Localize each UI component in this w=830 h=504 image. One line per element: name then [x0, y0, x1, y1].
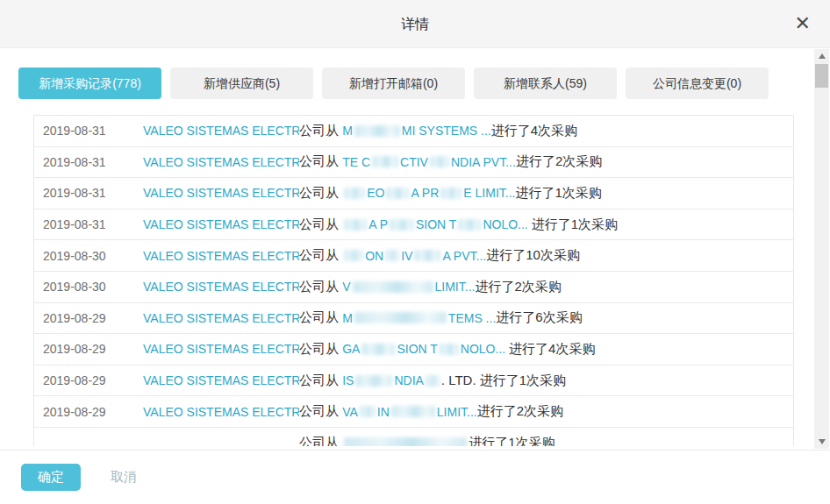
redacted-supplier-segment[interactable]	[440, 344, 459, 355]
redacted-supplier-segment[interactable]	[354, 125, 400, 137]
redacted-supplier-segment[interactable]	[344, 437, 467, 446]
supplier-name-fragment[interactable]: IS	[342, 373, 354, 387]
scroll-up-button[interactable]	[814, 49, 829, 63]
supplier-name-fragment[interactable]: SION T	[397, 342, 437, 356]
supplier-name-fragment[interactable]: IN	[377, 405, 390, 419]
prefix-text: 公司从	[299, 279, 342, 295]
table-row: 2019-08-29VALEO SISTEMAS ELECTRICO...公司从…	[34, 366, 793, 397]
prefix-text: 公司从	[299, 435, 342, 446]
purchase-count-text: 进行了1次采购	[532, 217, 618, 233]
redacted-supplier-segment[interactable]	[354, 312, 447, 323]
supplier-name-fragment[interactable]: ON	[365, 249, 383, 263]
scrollbar-thumb[interactable]	[815, 64, 828, 88]
record-description: 公司从 VAINLIMIT...进行了2次采购	[299, 403, 563, 420]
company-link[interactable]: VALEO SISTEMAS ELECTRICO...	[143, 373, 299, 387]
purchase-count-text: 进行了2次采购	[475, 279, 561, 295]
cancel-button[interactable]: 取消	[107, 464, 140, 491]
record-date: 2019-08-31	[34, 186, 143, 200]
supplier-name-fragment[interactable]: A PVT...	[442, 249, 486, 263]
redacted-supplier-segment[interactable]	[353, 281, 433, 293]
purchase-count-text: 进行了1次采购	[515, 185, 601, 202]
redacted-supplier-segment[interactable]	[360, 406, 376, 417]
company-link[interactable]: VALEO SISTEMAS ELECTRICO...	[143, 155, 299, 169]
record-description: 公司从 进行了1次采购	[299, 435, 555, 446]
redacted-supplier-segment[interactable]	[372, 156, 398, 167]
supplier-name-fragment[interactable]: E LIMIT...	[463, 186, 515, 200]
supplier-name-fragment[interactable]: SION T	[416, 217, 456, 231]
modal-title: 详情	[0, 0, 830, 48]
redacted-supplier-segment[interactable]	[440, 188, 462, 199]
redacted-supplier-segment[interactable]	[361, 344, 395, 355]
modal-footer: 确定 取消	[0, 450, 830, 504]
company-link[interactable]: VALEO SISTEMAS ELECTRICO...	[143, 405, 299, 419]
table-row: 2019-08-29VALEO SISTEMAS ELECTRICO...公司从…	[34, 396, 793, 428]
supplier-name-fragment[interactable]: NDIA PVT...	[451, 155, 516, 169]
prefix-text: 公司从	[299, 123, 342, 139]
purchase-records-list: 2019-08-31VALEO SISTEMAS ELECTRICO...公司从…	[33, 115, 794, 446]
supplier-name-fragment[interactable]: LIMIT...	[435, 280, 476, 294]
supplier-name-fragment[interactable]: TEMS ...	[448, 311, 496, 325]
company-link[interactable]: VALEO SISTEMAS ELECTRICO...	[143, 249, 299, 263]
purchase-count-text: 进行了1次采购	[469, 435, 555, 446]
company-link[interactable]: VALEO SISTEMAS ELECTRICO...	[143, 124, 299, 138]
tab-3[interactable]: 新增联系人(59)	[474, 67, 617, 99]
company-link[interactable]: VALEO SISTEMAS ELECTRICO...	[143, 217, 299, 231]
purchase-count-text: 进行了2次采购	[477, 403, 563, 420]
supplier-name-fragment[interactable]: LIMIT...	[437, 405, 477, 419]
tab-4[interactable]: 公司信息变更(0)	[626, 67, 769, 99]
record-description: 公司从 A PSION TNOLO... 进行了1次采购	[299, 217, 618, 233]
supplier-name-fragment[interactable]: M	[342, 124, 353, 138]
company-link[interactable]: VALEO SISTEMAS ELECTRICO...	[143, 186, 299, 200]
redacted-supplier-segment[interactable]	[344, 219, 367, 231]
tab-2[interactable]: 新增打开邮箱(0)	[322, 67, 465, 99]
supplier-name-fragment[interactable]: VA	[342, 405, 358, 419]
redacted-supplier-segment[interactable]	[390, 219, 414, 231]
supplier-name-fragment[interactable]: EO	[367, 186, 384, 200]
company-link[interactable]: VALEO SISTEMAS ELECTRICO...	[143, 311, 299, 325]
redacted-supplier-segment[interactable]	[386, 188, 409, 199]
company-link[interactable]: VALEO SISTEMAS ELECTRICO...	[143, 280, 299, 294]
redacted-supplier-segment[interactable]	[458, 219, 481, 231]
redacted-supplier-segment[interactable]	[344, 188, 365, 199]
supplier-name-fragment[interactable]: M	[342, 311, 353, 325]
supplier-name-fragment[interactable]: CTIV	[400, 155, 428, 169]
supplier-name-fragment[interactable]: NDIA	[394, 373, 423, 387]
record-description: 公司从 ISNDIA. LTD. 进行了1次采购	[299, 373, 566, 389]
prefix-text: 公司从	[299, 403, 342, 420]
prefix-text: 公司从	[299, 217, 342, 233]
record-description: 公司从 TE CCTIVNDIA PVT...进行了2次采购	[299, 153, 602, 170]
redacted-supplier-segment[interactable]	[344, 250, 363, 261]
redacted-supplier-segment[interactable]	[414, 250, 440, 261]
supplier-name-fragment[interactable]: A P	[368, 217, 388, 231]
record-date: 2019-08-29	[34, 311, 143, 325]
supplier-name-fragment[interactable]: TE C	[342, 155, 370, 169]
triangle-down-icon	[819, 439, 826, 444]
purchase-count-text: 进行了2次采购	[516, 153, 602, 170]
supplier-name-fragment[interactable]: GA	[342, 342, 360, 356]
scroll-down-button[interactable]	[814, 435, 829, 449]
record-date: 2019-08-30	[34, 280, 143, 294]
supplier-name-fragment[interactable]: V	[342, 280, 350, 294]
prefix-text: 公司从	[299, 185, 342, 202]
table-row: 2019-08-29VALEO SISTEMAS ELECTRICO...公司从…	[34, 303, 793, 335]
redacted-supplier-segment[interactable]	[430, 156, 449, 167]
redacted-supplier-segment[interactable]	[355, 375, 392, 387]
redacted-supplier-segment[interactable]	[426, 375, 440, 387]
redacted-supplier-segment[interactable]	[391, 406, 435, 417]
supplier-name-fragment[interactable]: A PR	[411, 186, 439, 200]
supplier-name-fragment[interactable]: NOLO...	[483, 217, 531, 231]
confirm-button[interactable]: 确定	[21, 464, 81, 491]
supplier-name-fragment[interactable]: IV	[401, 249, 412, 263]
company-link[interactable]: VALEO SISTEMAS ELECTRICO...	[143, 342, 299, 356]
supplier-name-fragment[interactable]: MI SYSTEMS ...	[402, 124, 491, 138]
close-icon[interactable]: ✕	[795, 12, 811, 35]
tab-1[interactable]: 新增供应商(5)	[170, 67, 313, 99]
record-description: 公司从 MMI SYSTEMS ...进行了4次采购	[299, 123, 577, 139]
tab-0[interactable]: 新增采购记录(778)	[18, 67, 161, 99]
table-row: 2019-08-31VALEO SISTEMAS ELECTRICO...公司从…	[34, 147, 793, 179]
supplier-name-fragment[interactable]: NOLO...	[461, 342, 509, 356]
record-date: 2019-08-29	[34, 405, 143, 419]
scrollbar[interactable]	[814, 49, 829, 449]
redacted-supplier-segment[interactable]	[385, 250, 399, 261]
prefix-text: 公司从	[299, 247, 342, 264]
